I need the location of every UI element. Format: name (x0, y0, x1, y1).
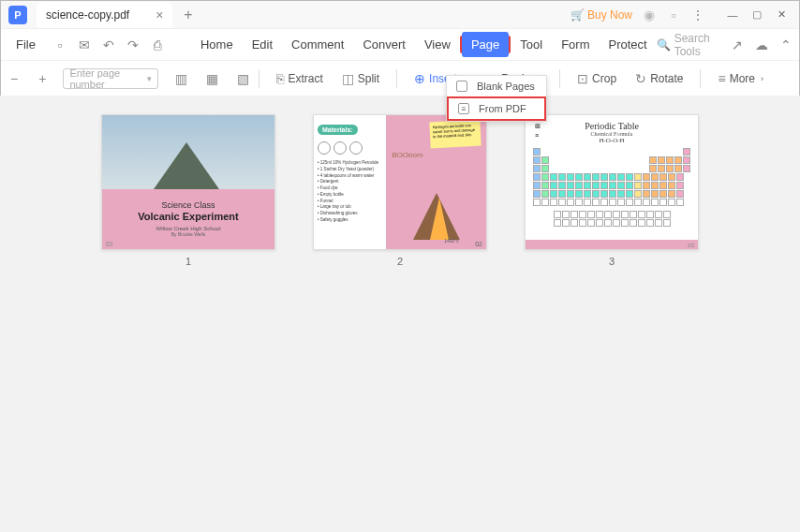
page-thumbnail-1[interactable]: Science Class Volcanic Experiment Willow… (101, 114, 275, 267)
menu-edit[interactable]: Edit (243, 32, 282, 57)
file-menu[interactable]: File (7, 32, 45, 57)
print-icon[interactable]: ⎙ (150, 37, 165, 52)
split-button[interactable]: ◫ Split (334, 67, 387, 90)
page-thumbnail-3[interactable]: ⊞≡ Periodic Table Chemical Formula H-O-O… (525, 114, 699, 267)
share-icon[interactable]: ↗ (730, 37, 745, 52)
kebab-menu-icon[interactable]: ⋮ (690, 7, 705, 22)
new-tab-button[interactable]: + (184, 7, 192, 23)
menubar: File ▫ ✉ ↶ ↷ ⎙ Home Edit Comment Convert… (1, 29, 799, 61)
close-window-button[interactable]: ✕ (771, 5, 792, 25)
zoom-out-button[interactable]: − (10, 71, 18, 86)
menu-page[interactable]: Page (462, 32, 509, 57)
menu-convert[interactable]: Convert (353, 32, 415, 57)
blank-page-icon (456, 81, 467, 92)
dropdown-blank-pages[interactable]: Blank Pages (447, 76, 546, 96)
page-layout-icon-1[interactable]: ▥ (175, 71, 187, 86)
minimize-button[interactable]: — (722, 5, 743, 25)
more-button[interactable]: ≡ More › (710, 67, 771, 90)
redo-icon[interactable]: ↷ (126, 37, 141, 52)
search-icon: 🔍 (657, 38, 671, 52)
insert-icon: ⊕ (414, 71, 425, 86)
user-icon[interactable]: ◉ (642, 7, 657, 22)
page-thumbnail-2[interactable]: Materials: • 125ml 10% Hydrogen Peroxide… (313, 114, 487, 267)
page-toolbar: − + Enter page number ▾ ▥ ▦ ▧ ⎘ Extract … (1, 61, 799, 96)
document-tab[interactable]: science-copy.pdf × (37, 2, 172, 28)
tab-title: science-copy.pdf (46, 8, 129, 22)
page-number-label: 1 (185, 256, 191, 267)
crop-button[interactable]: ⊡ Crop (570, 67, 624, 90)
page-layout-icon-3[interactable]: ▧ (237, 71, 249, 86)
menu-form[interactable]: Form (552, 32, 599, 57)
chevron-right-icon: › (761, 74, 763, 83)
page-number-label: 2 (397, 256, 403, 267)
chevron-down-icon: ▾ (147, 74, 152, 83)
page-thumbnails-area: Science Class Volcanic Experiment Willow… (0, 96, 800, 532)
app-menu-icon[interactable]: ▫ (666, 7, 681, 22)
page-layout-icon-2[interactable]: ▦ (206, 71, 218, 86)
save-icon[interactable]: ▫ (52, 37, 67, 52)
extract-button[interactable]: ⎘ Extract (269, 67, 330, 90)
crop-icon: ⊡ (577, 71, 588, 86)
pdf-page-icon: ≡ (458, 103, 469, 114)
rotate-button[interactable]: ↻ Rotate (628, 67, 690, 90)
menu-view[interactable]: View (415, 32, 460, 57)
cart-icon: 🛒 (570, 8, 585, 22)
undo-icon[interactable]: ↶ (101, 37, 116, 52)
cloud-icon[interactable]: ☁ (754, 37, 769, 52)
buy-now-link[interactable]: 🛒 Buy Now (570, 8, 632, 22)
menu-tool[interactable]: Tool (511, 32, 552, 57)
close-tab-icon[interactable]: × (156, 7, 163, 22)
collapse-icon[interactable]: ⌃ (778, 37, 793, 52)
titlebar: P science-copy.pdf × + 🛒 Buy Now ◉ ▫ ⋮ —… (1, 1, 799, 29)
search-tools[interactable]: 🔍 Search Tools (657, 32, 720, 58)
mail-icon[interactable]: ✉ (77, 37, 92, 52)
menu-comment[interactable]: Comment (282, 32, 353, 57)
page-number-label: 3 (609, 256, 615, 267)
page-number-input[interactable]: Enter page number ▾ (63, 68, 158, 89)
menu-home[interactable]: Home (191, 32, 243, 57)
dropdown-from-pdf[interactable]: ≡ From PDF (447, 96, 546, 121)
extract-icon: ⎘ (276, 71, 284, 86)
maximize-button[interactable]: ▢ (747, 5, 767, 25)
insert-dropdown: Blank Pages ≡ From PDF (446, 75, 547, 122)
zoom-in-button[interactable]: + (38, 71, 46, 86)
rotate-icon: ↻ (635, 71, 646, 86)
split-icon: ◫ (342, 71, 354, 86)
highlight-page-menu: Page (460, 36, 511, 53)
menu-protect[interactable]: Protect (599, 32, 656, 57)
more-icon: ≡ (718, 71, 725, 86)
app-icon: P (8, 6, 27, 24)
